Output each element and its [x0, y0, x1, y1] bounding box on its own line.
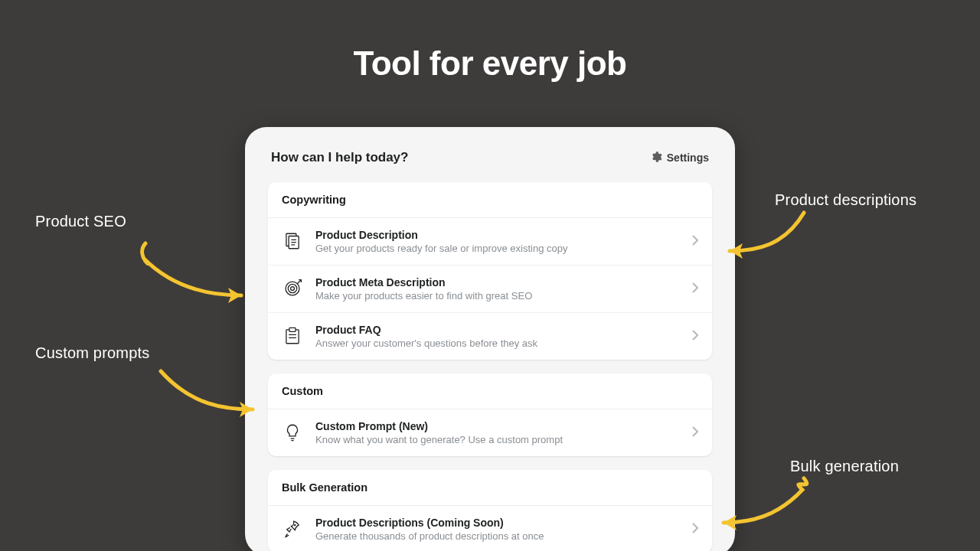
- product-meta-row[interactable]: Product Meta Description Make your produ…: [268, 266, 712, 313]
- gear-icon: [650, 151, 662, 165]
- copywriting-card: Copywriting Product Description Get your…: [268, 182, 712, 360]
- callout-descriptions: Product descriptions: [775, 191, 916, 209]
- target-icon: [282, 278, 303, 299]
- arrow-seo: [130, 230, 260, 317]
- callout-bulk: Bulk generation: [790, 458, 899, 475]
- callout-prompts: Custom prompts: [35, 344, 150, 362]
- row-subtitle: Make your products easier to find with g…: [315, 290, 680, 302]
- row-title: Product Meta Description: [315, 276, 680, 289]
- row-text: Product FAQ Answer your customer's quest…: [315, 324, 680, 349]
- product-description-row[interactable]: Product Description Get your products re…: [268, 218, 712, 266]
- product-faq-row[interactable]: Product FAQ Answer your customer's quest…: [268, 313, 712, 360]
- panel-header: How can I help today? Settings: [268, 150, 712, 165]
- svg-point-7: [291, 287, 295, 291]
- callout-seo: Product SEO: [35, 213, 126, 230]
- row-subtitle: Generate thousands of product descriptio…: [315, 530, 680, 542]
- row-subtitle: Know what you want to generate? Use a cu…: [315, 434, 680, 445]
- chevron-right-icon: [692, 330, 698, 344]
- rocket-icon: [282, 518, 303, 540]
- settings-button[interactable]: Settings: [650, 151, 709, 165]
- bulk-card: Bulk Generation Product Descriptions (Co…: [268, 470, 712, 551]
- clipboard-icon: [282, 325, 303, 347]
- headline: Tool for every job: [0, 44, 980, 83]
- chevron-right-icon: [692, 426, 698, 440]
- panel-title: How can I help today?: [271, 150, 408, 165]
- row-text: Product Meta Description Make your produ…: [315, 276, 680, 302]
- tools-panel: How can I help today? Settings Copywriti…: [245, 127, 735, 551]
- chevron-right-icon: [692, 523, 698, 536]
- svg-point-15: [294, 524, 296, 526]
- row-text: Custom Prompt (New) Know what you want t…: [315, 420, 680, 445]
- svg-rect-10: [289, 328, 296, 331]
- svg-point-6: [288, 284, 296, 292]
- row-title: Product FAQ: [315, 324, 680, 336]
- row-title: Product Descriptions (Coming Soon): [315, 517, 680, 529]
- bulk-descriptions-row[interactable]: Product Descriptions (Coming Soon) Gener…: [268, 506, 712, 551]
- row-subtitle: Get your products ready for sale or impr…: [315, 243, 680, 254]
- row-subtitle: Answer your customer's questions before …: [315, 337, 680, 349]
- svg-line-8: [298, 280, 302, 284]
- chevron-right-icon: [692, 235, 698, 249]
- bulk-title: Bulk Generation: [268, 470, 712, 506]
- svg-marker-16: [228, 288, 241, 303]
- row-title: Product Description: [315, 229, 680, 241]
- document-stack-icon: [282, 230, 303, 252]
- chevron-right-icon: [692, 282, 698, 296]
- custom-card: Custom Custom Prompt (New) Know what you…: [268, 373, 712, 456]
- copywriting-title: Copywriting: [268, 182, 712, 218]
- row-title: Custom Prompt (New): [315, 420, 680, 432]
- row-text: Product Description Get your products re…: [315, 229, 680, 254]
- row-text: Product Descriptions (Coming Soon) Gener…: [315, 517, 680, 542]
- custom-title: Custom: [268, 373, 712, 409]
- custom-prompt-row[interactable]: Custom Prompt (New) Know what you want t…: [268, 409, 712, 456]
- lightbulb-icon: [282, 422, 303, 443]
- settings-label: Settings: [667, 152, 709, 164]
